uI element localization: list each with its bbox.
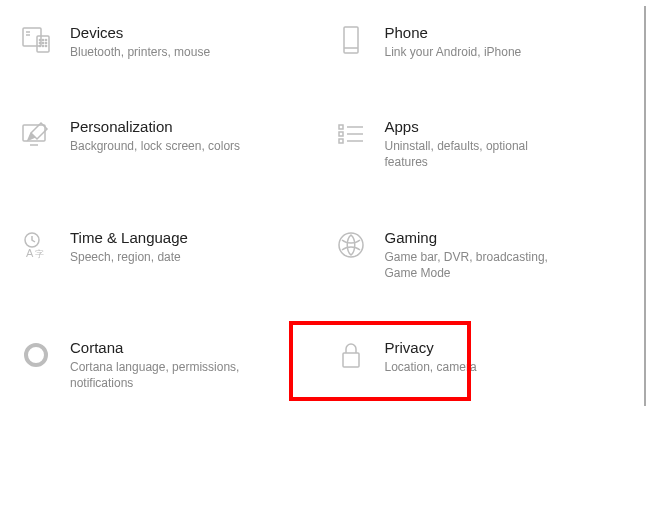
svg-rect-19 [339,132,343,136]
tile-sub: Location, camera [385,359,477,375]
tile-sub: Link your Android, iPhone [385,44,522,60]
svg-rect-28 [343,353,359,367]
tile-title: Phone [385,24,522,41]
tile-title: Privacy [385,339,477,356]
svg-point-7 [39,42,40,43]
tile-sub: Bluetooth, printers, mouse [70,44,210,60]
svg-rect-17 [339,125,343,129]
tile-text: Cortana Cortana language, permissions, n… [70,339,260,391]
tile-time-language[interactable]: A 字 Time & Language Speech, region, date [20,225,325,285]
svg-text:A: A [26,247,34,259]
tile-phone[interactable]: Phone Link your Android, iPhone [335,20,640,64]
personalization-icon [20,118,52,150]
tile-apps[interactable]: Apps Uninstall, defaults, optional featu… [335,114,640,174]
tile-personalization[interactable]: Personalization Background, lock screen,… [20,114,325,174]
lock-icon [335,339,367,371]
tile-sub: Background, lock screen, colors [70,138,240,154]
svg-point-4 [39,39,40,40]
tile-text: Devices Bluetooth, printers, mouse [70,24,210,60]
svg-point-11 [42,45,43,46]
tile-privacy[interactable]: Privacy Location, camera [335,335,640,395]
gaming-icon [335,229,367,261]
tile-title: Gaming [385,229,575,246]
tile-title: Cortana [70,339,260,356]
svg-rect-21 [339,139,343,143]
svg-point-8 [42,42,43,43]
phone-icon [335,24,367,56]
svg-point-5 [42,39,43,40]
svg-rect-15 [23,125,45,141]
svg-point-26 [339,233,363,257]
tile-sub: Speech, region, date [70,249,188,265]
svg-rect-13 [344,27,358,53]
tile-sub: Uninstall, defaults, optional features [385,138,575,170]
tile-sub: Cortana language, permissions, notificat… [70,359,260,391]
svg-point-9 [45,42,46,43]
apps-icon [335,118,367,150]
svg-point-10 [39,45,40,46]
tile-text: Personalization Background, lock screen,… [70,118,240,154]
tile-title: Devices [70,24,210,41]
svg-rect-0 [23,28,41,46]
tile-cortana[interactable]: Cortana Cortana language, permissions, n… [20,335,325,395]
tile-text: Phone Link your Android, iPhone [385,24,522,60]
tile-title: Apps [385,118,575,135]
tile-title: Personalization [70,118,240,135]
tile-devices[interactable]: Devices Bluetooth, printers, mouse [20,20,325,64]
tile-text: Time & Language Speech, region, date [70,229,188,265]
svg-point-6 [45,39,46,40]
tile-title: Time & Language [70,229,188,246]
svg-point-27 [26,345,46,365]
devices-icon [20,24,52,56]
cortana-icon [20,339,52,371]
tile-text: Gaming Game bar, DVR, broadcasting, Game… [385,229,575,281]
svg-text:字: 字 [35,249,44,259]
scrollbar[interactable] [644,6,646,406]
tile-text: Apps Uninstall, defaults, optional featu… [385,118,575,170]
tile-gaming[interactable]: Gaming Game bar, DVR, broadcasting, Game… [335,225,640,285]
svg-point-12 [45,45,46,46]
time-language-icon: A 字 [20,229,52,261]
tile-sub: Game bar, DVR, broadcasting, Game Mode [385,249,575,281]
tile-text: Privacy Location, camera [385,339,477,375]
